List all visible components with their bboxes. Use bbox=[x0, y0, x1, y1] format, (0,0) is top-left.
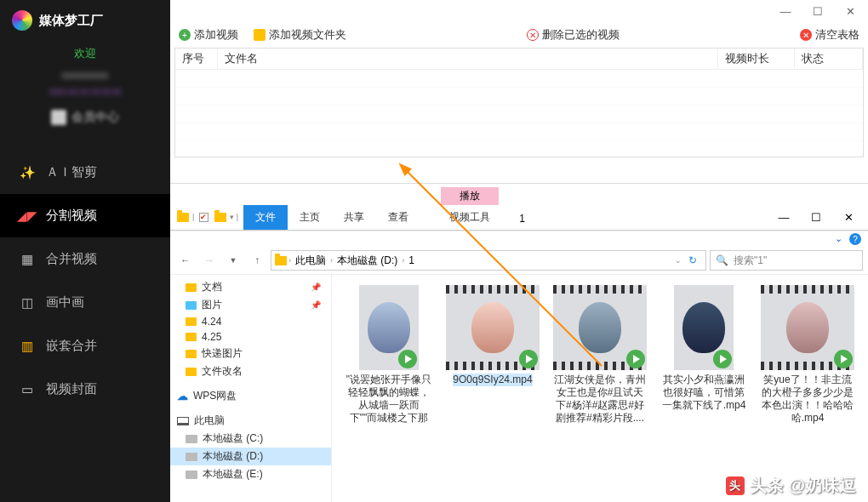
pip-icon: ◫ bbox=[19, 296, 36, 310]
tree-folder-424[interactable]: 4.24 bbox=[170, 314, 331, 329]
video-thumb bbox=[553, 285, 647, 370]
tree-drive-d[interactable]: 本地磁盘 (D:) bbox=[170, 448, 331, 465]
tree-drive-c[interactable]: 本地磁盘 (C:) bbox=[170, 430, 331, 448]
file-name: 江湖女侠是你，青州女王也是你#且试天下#杨洋#赵露思#好剧推荐#精彩片段.... bbox=[553, 374, 647, 425]
toolbar: +添加视频 添加视频文件夹 ✕删除已选的视频 ✕清空表格 bbox=[170, 0, 868, 48]
address-bar[interactable]: › 此电脑 › 本地磁盘 (D:) › 1 ⌄ ↻ bbox=[271, 250, 706, 271]
back-button[interactable]: ← bbox=[175, 250, 196, 271]
nav-split-video[interactable]: ◢◤分割视频 bbox=[0, 194, 170, 237]
folder-plus-icon bbox=[254, 29, 266, 41]
col-duration[interactable]: 视频时长 bbox=[718, 48, 795, 69]
add-video-button[interactable]: +添加视频 bbox=[179, 27, 238, 43]
video-thumb bbox=[359, 285, 419, 370]
user-info2: xxxx-xx-xx xx:xx:xx bbox=[0, 85, 170, 103]
drive-icon bbox=[186, 471, 197, 479]
tree-folder-express[interactable]: 快递图片 bbox=[170, 345, 331, 362]
image-icon: ▭ bbox=[19, 383, 36, 396]
col-filename[interactable]: 文件名 bbox=[218, 48, 718, 69]
play-icon bbox=[519, 350, 538, 368]
tree-wps[interactable]: ☁WPS网盘 bbox=[170, 387, 331, 405]
crumb-drive[interactable]: 本地磁盘 (D:) bbox=[334, 254, 400, 268]
play-icon bbox=[626, 350, 645, 368]
address-bar-row: ← → ▼ ↑ › 此电脑 › 本地磁盘 (D:) › 1 ⌄ ↻ 🔍 搜索"1… bbox=[170, 247, 868, 275]
tree-pictures[interactable]: 图片📌 bbox=[170, 296, 331, 314]
recent-button[interactable]: ▼ bbox=[223, 250, 243, 271]
file-item[interactable]: 其实小夕和燕瀛洲也很好嗑，可惜第一集就下线了.mp4 bbox=[660, 285, 747, 412]
file-pane[interactable]: "说罢她张开手像只轻轻飘飘的蝴蝶，从城墙一跃而下""而城楼之下那个玄衣的身影..… bbox=[332, 275, 868, 502]
ribbon-play: 播放 bbox=[441, 187, 499, 205]
nav-merge-video[interactable]: ▦合并视频 bbox=[0, 237, 170, 281]
chevron-down-icon: ⌄ bbox=[835, 233, 842, 245]
context-tab[interactable]: 播放 视频工具 bbox=[437, 187, 502, 230]
video-thumb bbox=[674, 285, 734, 370]
member-center-button[interactable]: 会员中心 bbox=[0, 103, 170, 139]
delete-selected-button[interactable]: ✕删除已选的视频 bbox=[527, 27, 620, 43]
ribbon-view[interactable]: 查看 bbox=[376, 205, 420, 230]
plus-icon: + bbox=[179, 29, 191, 41]
toutiao-icon: 头 bbox=[726, 476, 745, 495]
folder-icon[interactable] bbox=[175, 209, 191, 225]
play-icon bbox=[713, 350, 732, 368]
table-body[interactable] bbox=[175, 70, 863, 157]
tree-folder-425[interactable]: 4.25 bbox=[170, 329, 331, 345]
checkbox-icon[interactable]: ✔ bbox=[196, 209, 211, 225]
video-table: 序号 文件名 视频时长 状态 bbox=[174, 48, 864, 157]
file-name: "说罢她张开手像只轻轻飘飘的蝴蝶，从城墙一跃而下""而城楼之下那个玄衣的身影..… bbox=[345, 374, 432, 425]
clear-table-button[interactable]: ✕清空表格 bbox=[800, 27, 859, 43]
tree-drive-e[interactable]: 本地磁盘 (E:) bbox=[170, 465, 331, 483]
refresh-button[interactable]: ↻ bbox=[683, 254, 702, 266]
up-button[interactable]: ↑ bbox=[247, 250, 267, 271]
app-logo: 媒体梦工厂 bbox=[0, 7, 170, 39]
wps-icon: ☁ bbox=[177, 390, 188, 402]
logo-icon bbox=[12, 10, 32, 31]
file-item[interactable]: 笑yue了！！非主流的大橙子多多少少是本色出演！！哈哈哈哈.mp4 bbox=[761, 285, 854, 425]
split-icon: ◢◤ bbox=[19, 209, 36, 223]
user-block: 欢迎 xxxxxxxxxx xxxx-xx-xx xx:xx:xx 会员中心 bbox=[0, 39, 170, 151]
play-icon bbox=[398, 350, 417, 368]
file-item[interactable]: 9O0q9SIy24.mp4 bbox=[446, 285, 540, 386]
delete-icon: ✕ bbox=[527, 29, 539, 41]
exp-maximize-button[interactable]: ☐ bbox=[802, 208, 831, 226]
add-folder-button[interactable]: 添加视频文件夹 bbox=[254, 27, 346, 43]
video-thumb bbox=[446, 285, 540, 370]
exp-close-button[interactable]: ✕ bbox=[834, 208, 863, 226]
minimize-button[interactable]: — bbox=[771, 2, 800, 20]
close-button[interactable]: ✕ bbox=[836, 2, 865, 20]
folder-icon-2[interactable] bbox=[213, 209, 228, 225]
tree-folder-rename[interactable]: 文件改名 bbox=[170, 362, 331, 380]
file-item[interactable]: 江湖女侠是你，青州女王也是你#且试天下#杨洋#赵露思#好剧推荐#精彩片段.... bbox=[553, 285, 647, 425]
help-icon[interactable]: ? bbox=[849, 233, 861, 245]
ribbon-expand[interactable]: ⌄? bbox=[170, 231, 868, 247]
exp-minimize-button[interactable]: — bbox=[769, 208, 798, 226]
nav-tree: 文档📌 图片📌 4.24 4.25 快递图片 文件改名 ☁WPS网盘 此电脑 本… bbox=[170, 275, 332, 502]
nav-nest-merge[interactable]: ▥嵌套合并 bbox=[0, 324, 170, 368]
search-input[interactable]: 🔍 搜索"1" bbox=[710, 250, 863, 271]
wand-icon: ✨ bbox=[19, 166, 36, 180]
crumb-folder[interactable]: 1 bbox=[406, 254, 417, 266]
pin-icon: 📌 bbox=[311, 300, 321, 310]
user-info1: xxxxxxxxxx bbox=[0, 65, 170, 85]
nav-ai-cut[interactable]: ✨ＡＩ智剪 bbox=[0, 151, 170, 194]
ribbon-video-tools: 视频工具 bbox=[437, 205, 502, 230]
pc-icon bbox=[177, 417, 189, 425]
forward-button[interactable]: → bbox=[199, 250, 220, 271]
col-status[interactable]: 状态 bbox=[795, 48, 863, 69]
file-name: 笑yue了！！非主流的大橙子多多少少是本色出演！！哈哈哈哈.mp4 bbox=[761, 374, 854, 425]
ribbon-file[interactable]: 文件 bbox=[243, 205, 288, 230]
col-index[interactable]: 序号 bbox=[175, 48, 218, 69]
watermark: 头 头条 @奶味逗 bbox=[726, 474, 856, 497]
table-header: 序号 文件名 视频时长 状态 bbox=[175, 48, 863, 70]
folder-icon bbox=[275, 256, 287, 265]
sidebar: 媒体梦工厂 欢迎 xxxxxxxxxx xxxx-xx-xx xx:xx:xx … bbox=[0, 0, 170, 502]
nav-cover[interactable]: ▭视频封面 bbox=[0, 368, 170, 411]
ribbon-home[interactable]: 主页 bbox=[288, 205, 332, 230]
tree-this-pc[interactable]: 此电脑 bbox=[170, 412, 331, 430]
drive-icon bbox=[186, 453, 197, 461]
nav-pip[interactable]: ◫画中画 bbox=[0, 281, 170, 324]
file-item[interactable]: "说罢她张开手像只轻轻飘飘的蝴蝶，从城墙一跃而下""而城楼之下那个玄衣的身影..… bbox=[345, 285, 432, 425]
file-explorer: | ✔ ▾ | 文件 主页 共享 查看 播放 视频工具 1 — ☐ ✕ ⌄? ←… bbox=[170, 183, 868, 502]
maximize-button[interactable]: ☐ bbox=[803, 2, 832, 20]
tree-documents[interactable]: 文档📌 bbox=[170, 278, 331, 296]
crumb-pc[interactable]: 此电脑 bbox=[293, 254, 328, 268]
ribbon-share[interactable]: 共享 bbox=[332, 205, 376, 230]
